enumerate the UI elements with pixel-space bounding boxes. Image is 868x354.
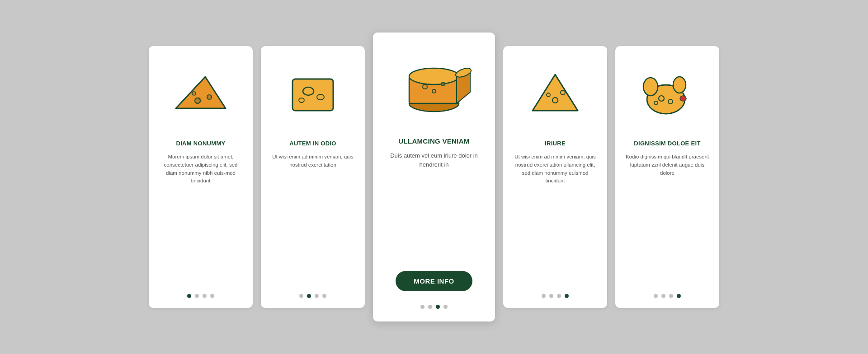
card-2-icon [271, 59, 355, 131]
card-2: AUTEM IN ODIO Ut wisi enim ad minim veni… [261, 46, 365, 308]
svg-point-26 [673, 77, 686, 93]
svg-point-25 [643, 78, 658, 96]
card-3-icon [386, 47, 482, 128]
svg-rect-8 [292, 79, 333, 111]
card-1-text: Morem ipsum dolor sit amet, consectetuer… [159, 153, 243, 285]
dot [428, 305, 432, 309]
dot [307, 294, 311, 298]
dot [299, 294, 303, 298]
dot [542, 294, 546, 298]
svg-marker-20 [533, 75, 578, 111]
card-5-text: Kodio dignissim qui blandit praesent lup… [625, 153, 709, 285]
card-2-title: AUTEM IN ODIO [289, 140, 336, 147]
svg-point-14 [409, 68, 459, 84]
cheese-mouse-icon [638, 68, 697, 122]
card-5-icon [625, 59, 709, 131]
dot [420, 305, 425, 309]
cards-container: DIAM NONUMMY Morem ipsum dolor sit amet,… [126, 14, 742, 340]
card-5-title: DIGNISSIM DOLOE EIT [634, 140, 700, 147]
dot [677, 294, 681, 298]
card-4-icon [513, 59, 597, 131]
card-1-title: DIAM NONUMMY [176, 140, 225, 147]
card-1-dots [187, 294, 214, 298]
dot [549, 294, 553, 298]
dot [315, 294, 319, 298]
card-3-dots [420, 305, 448, 309]
card-4-title: IRIURE [545, 140, 566, 147]
card-1-icon [159, 59, 243, 131]
dot [322, 294, 326, 298]
dot [654, 294, 658, 298]
cheese-slice-icon [526, 68, 585, 122]
dot [210, 294, 214, 298]
card-5-dots [654, 294, 681, 298]
dot [565, 294, 569, 298]
card-2-dots [299, 294, 326, 298]
card-5: DIGNISSIM DOLOE EIT Kodio dignissim qui … [615, 46, 719, 308]
cheese-round-icon [398, 56, 470, 119]
dot [203, 294, 207, 298]
card-4-text: Ut wisi enim ad minim veniam, quis nostr… [513, 153, 597, 285]
card-2-text: Ut wisi enim ad minim veniam, quis nostr… [271, 153, 355, 285]
cheese-wedge-icon [171, 68, 230, 122]
dot [557, 294, 561, 298]
svg-point-27 [680, 96, 686, 101]
card-3: ULLAMCING VENIAM Duis autem vel eum iriu… [373, 33, 495, 321]
dot [187, 294, 191, 298]
card-4: IRIURE Ut wisi enim ad minim veniam, qui… [503, 46, 607, 308]
card-1: DIAM NONUMMY Morem ipsum dolor sit amet,… [149, 46, 253, 308]
card-4-dots [542, 294, 569, 298]
dot [195, 294, 199, 298]
more-info-button[interactable]: MORE INFO [396, 271, 472, 291]
card-3-text: Duis autem vel eum iriure dolor in hendr… [386, 151, 482, 263]
card-3-title: ULLAMCING VENIAM [398, 137, 469, 145]
dot [661, 294, 665, 298]
cheese-square-icon [283, 68, 342, 122]
dot [443, 305, 448, 309]
dot [669, 294, 673, 298]
dot [436, 305, 440, 309]
